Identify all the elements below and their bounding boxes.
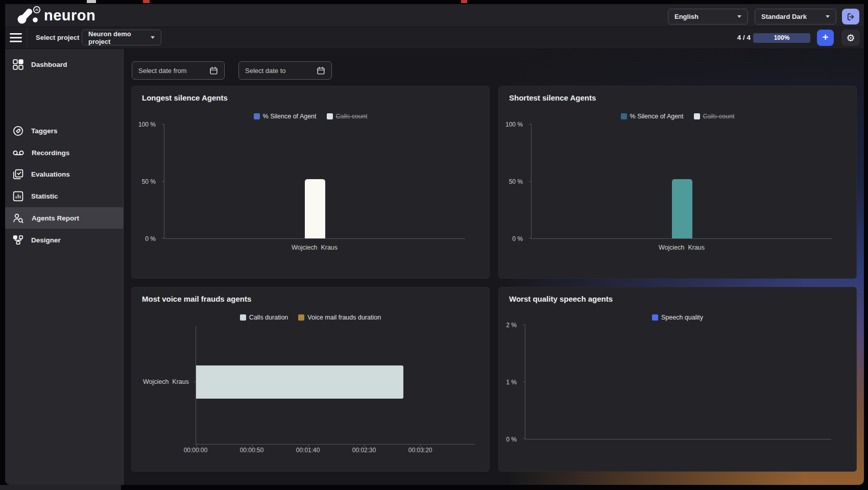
y-axis-labels: 0 %50 %100 % [499, 125, 527, 239]
bar [672, 179, 692, 238]
bottom-ledge [0, 485, 121, 490]
x-tick-label: 00:00:00 [184, 447, 208, 454]
y-tick-mark [529, 181, 532, 182]
legend-item[interactable]: Calls count [694, 113, 735, 120]
calendar-icon [209, 66, 218, 75]
y-tick-mark [162, 238, 164, 238]
chart-card-longest-silence: Longest silence Agents % Silence of Agen… [131, 86, 490, 279]
x-axis-labels: 00:00:0000:00:5000:01:4000:02:3000:03:20 [196, 447, 475, 455]
sidebar-item-evaluations[interactable]: Evaluations [5, 163, 124, 185]
date-from-input[interactable]: Select date from [132, 61, 225, 80]
bar [305, 179, 325, 238]
chevron-down-icon [826, 15, 830, 18]
date-to-input[interactable]: Select date to [238, 61, 332, 80]
y-tick-label: 0 % [145, 235, 156, 242]
project-select[interactable]: Neuron demo project [82, 30, 161, 45]
sidebar-item-label: Evaluations [31, 170, 70, 178]
sidebar-item-label: Designer [31, 236, 61, 244]
y-tick-mark [162, 124, 164, 125]
sidebar-item-dashboard[interactable]: Dashboard [5, 54, 124, 75]
chart-title: Longest silence Agents [142, 93, 228, 102]
tab-fragment [143, 0, 150, 3]
y-tick-mark [529, 124, 532, 125]
header-bar: AI neuron English Standard Dark [5, 4, 864, 27]
chevron-down-icon [151, 36, 155, 39]
progress-pill: 100% [753, 33, 810, 43]
toolbar: Select project Neuron demo project 4 / 4… [5, 27, 864, 49]
menu-button[interactable] [5, 27, 27, 48]
gear-icon: ⚙ [846, 33, 855, 43]
legend-item[interactable]: Speech quality [652, 314, 703, 321]
y-tick-label: 1 % [506, 379, 517, 386]
chevron-down-icon [737, 15, 741, 18]
category-label: Wojciech Kraus [143, 378, 189, 385]
chart-plot [196, 326, 475, 445]
legend-swatch [298, 314, 304, 321]
settings-button[interactable]: ⚙ [841, 30, 860, 46]
dashboard-icon [13, 59, 23, 70]
chart-card-voice-mail-frauds: Most voice mail frauds agents Calls dura… [131, 287, 490, 472]
y-tick-label: 0 % [512, 235, 523, 242]
legend-item[interactable]: Voice mail frauds duration [298, 314, 381, 321]
y-tick-mark [162, 181, 164, 182]
chart-legend: Speech quality [499, 314, 856, 321]
x-axis-labels: Wojciech Kraus [164, 242, 465, 252]
legend-label: Speech quality [661, 314, 703, 321]
pagination-label: 4 / 4 [724, 27, 751, 48]
chart-title: Worst quality speech agents [509, 295, 613, 303]
legend-swatch [254, 113, 260, 119]
y-tick-label: 100 % [505, 121, 523, 128]
calendar-icon [317, 66, 325, 75]
add-button[interactable]: + [817, 30, 834, 46]
legend-label: Voice mail frauds duration [307, 314, 381, 321]
flow-icon [13, 235, 23, 246]
legend-item[interactable]: % Silence of Agent [254, 113, 317, 120]
voicemail-icon [13, 148, 24, 158]
select-project-label: Select project [36, 27, 79, 48]
chart-plot [531, 125, 832, 239]
y-tick-label: 0 % [506, 436, 517, 443]
category-label: Wojciech Kraus [659, 244, 705, 251]
legend-item[interactable]: Calls duration [240, 314, 288, 321]
logo-icon: AI [16, 5, 41, 26]
legend-label: Calls count [703, 113, 735, 120]
y-axis-labels: 0 %50 %100 % [132, 125, 160, 239]
sidebar-item-taggers[interactable]: Taggers [5, 120, 124, 141]
legend-item[interactable]: Calls count [327, 113, 368, 120]
sidebar-item-label: Recordings [32, 149, 69, 157]
legend-label: Calls duration [249, 314, 288, 321]
app-window: AI neuron English Standard Dark [5, 4, 864, 485]
bar-chart-icon [13, 191, 23, 202]
theme-select-value: Standard Dark [761, 13, 807, 20]
y-tick-mark [523, 325, 525, 325]
language-select[interactable]: English [668, 9, 748, 24]
y-axis-categories: Wojciech Kraus [136, 326, 192, 445]
chart-legend: % Silence of AgentCalls count [132, 113, 489, 120]
sidebar-item-statistic[interactable]: Statistic [5, 185, 124, 207]
chart-plot [525, 325, 831, 439]
sidebar: Dashboard Taggers Recordings Evaluations [5, 49, 124, 485]
legend-swatch [240, 314, 246, 321]
svg-text:AI: AI [35, 8, 38, 11]
theme-select[interactable]: Standard Dark [755, 9, 836, 24]
x-tick-label: 00:02:30 [352, 447, 376, 454]
sidebar-item-label: Agents Report [32, 214, 79, 222]
category-label: Wojciech Kraus [292, 244, 337, 251]
chart-card-shortest-silence: Shortest silence Agents % Silence of Age… [498, 86, 857, 279]
language-select-value: English [674, 13, 698, 20]
x-tick-label: 00:01:40 [296, 447, 320, 454]
x-tick-label: 00:03:20 [408, 447, 432, 454]
x-axis-labels: Wojciech Kraus [531, 242, 832, 252]
sidebar-item-label: Statistic [31, 192, 58, 200]
legend-swatch [327, 113, 333, 119]
chart-legend: % Silence of AgentCalls count [499, 113, 856, 120]
y-tick-label: 50 % [142, 178, 156, 185]
legend-item[interactable]: % Silence of Agent [621, 113, 684, 120]
hamburger-icon [10, 33, 22, 42]
agent-search-icon [13, 213, 24, 224]
sidebar-item-agents-report[interactable]: Agents Report [5, 207, 124, 229]
chart-plot [164, 125, 465, 239]
sidebar-item-designer[interactable]: Designer [5, 229, 124, 251]
sidebar-item-recordings[interactable]: Recordings [5, 142, 124, 163]
logout-button[interactable] [842, 9, 859, 24]
